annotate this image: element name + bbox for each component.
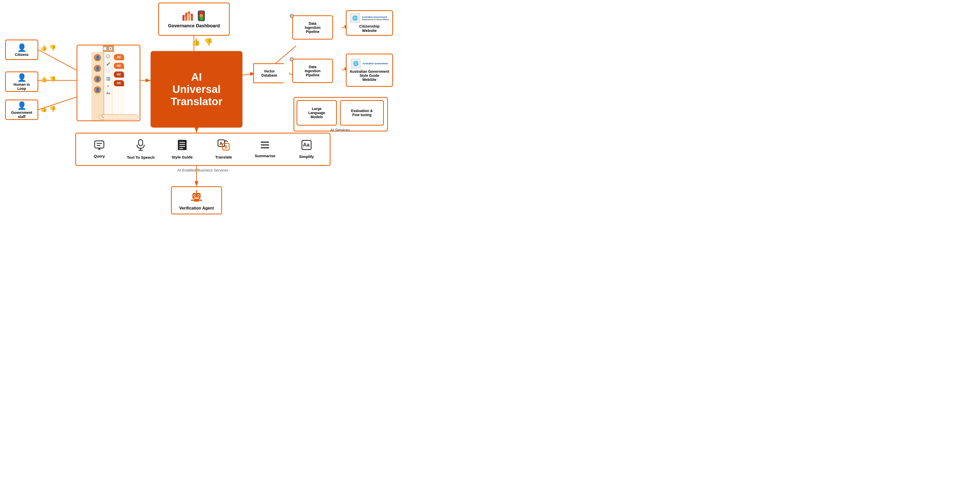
data-ingestion-bottom-label: Data Ingestion Pipeline	[305, 65, 321, 77]
svg-rect-30	[138, 140, 143, 146]
citizens-thumbs-up[interactable]: 👍	[40, 44, 47, 51]
chat-doc-icon[interactable]: 📄	[106, 70, 110, 73]
human-loop-thumbs-up[interactable]: 👍	[40, 76, 47, 83]
chat-avatar-3: 👤	[94, 76, 101, 83]
svg-point-18	[183, 16, 184, 17]
chat-avatar-2: 👤	[94, 65, 101, 72]
ai-title-line3: Translator	[170, 95, 222, 108]
citizenship-gov-label: Australian Government	[362, 16, 389, 18]
eval-finetune-box: Evaluation & Fine tuning	[340, 100, 384, 126]
style-guide-web-title: Australian Government Style Guide WebSit…	[350, 70, 389, 82]
citizenship-gov-text: Australian Government Department of Home…	[362, 16, 389, 21]
llm-label: Large Language Models	[308, 107, 325, 119]
chat-mic-icon[interactable]: 🎤	[106, 62, 110, 66]
chat-minimize-btn[interactable]: -	[103, 47, 107, 51]
human-loop-box: 👤 Human in Loop	[5, 71, 38, 92]
service-tts[interactable]: Text To Speech	[123, 139, 159, 159]
simplify-icon: Aa	[301, 140, 312, 153]
translate-label: Translate	[215, 155, 232, 159]
service-query[interactable]: Query	[81, 140, 117, 158]
chat-close-btn[interactable]: ×	[108, 47, 113, 51]
ai-universal-translator: AI Universal Translator	[151, 51, 242, 128]
gov-staff-thumbs-up[interactable]: 👍	[40, 106, 47, 113]
human-loop-thumbs-down[interactable]: 👎	[49, 76, 56, 83]
citizens-thumbs-down[interactable]: 👎	[49, 44, 56, 51]
human-loop-icon: 👤	[17, 73, 27, 82]
chat-bubble-3: Hi!	[114, 71, 124, 78]
style-guide-label: Style Guide	[172, 155, 193, 159]
gov-staff-thumbs: 👍 👎	[40, 106, 56, 113]
svg-line-2	[38, 50, 76, 70]
gov-staff-label: Government staff	[11, 111, 32, 119]
data-ingestion-bottom: Data Ingestion Pipeline	[292, 59, 333, 83]
data-ingestion-top: Data Ingestion Pipeline	[292, 15, 333, 40]
vector-database-wrapper: VectorDatabase	[253, 63, 290, 83]
chat-body: 👤 👤 👤 👤 💬 🎤 📄 🔤 ≡ Aa Hi! Hi! Hi! Hi!	[91, 52, 126, 121]
thumbs-down-gov[interactable]: 👎	[204, 38, 213, 46]
style-guide-icon	[177, 139, 187, 153]
svg-point-21	[191, 15, 192, 16]
svg-rect-26	[95, 141, 104, 148]
chat-search-bar[interactable]: 🔍	[99, 114, 138, 119]
style-guide-website: 🌐 Australian Government Australian Gover…	[346, 54, 393, 87]
chat-translate-icon[interactable]: 🔤	[106, 77, 110, 81]
chat-icons-col: 💬 🎤 📄 🔤 ≡ Aa	[104, 52, 112, 121]
svg-rect-56	[191, 200, 194, 201]
service-style-guide[interactable]: Style Guide	[164, 139, 200, 159]
query-label: Query	[94, 154, 105, 158]
styleguide-globe-icon: 🌐	[351, 59, 361, 68]
gov-staff-thumbs-down[interactable]: 👎	[49, 106, 56, 113]
chat-search-icon: 🔍	[100, 115, 103, 118]
chat-avatar-4: 👤	[94, 86, 101, 94]
citizens-label: Citizens	[15, 52, 29, 57]
chat-menu-icon[interactable]: ≡	[107, 84, 109, 88]
tts-icon	[136, 139, 145, 153]
styleguide-header: 🌐 Australian Government	[351, 59, 388, 68]
thumbs-up-gov[interactable]: 👍	[191, 38, 200, 46]
svg-text:Aa: Aa	[303, 142, 310, 148]
svg-rect-54	[194, 197, 199, 199]
styleguide-gov-text: Australian Government	[363, 62, 388, 65]
eval-label: Evaluation & Fine tuning	[351, 109, 373, 117]
chat-avatar-1: 👤	[94, 54, 101, 61]
svg-point-52	[194, 195, 195, 196]
ai-title-line1: AI	[191, 71, 202, 83]
svg-point-53	[198, 195, 199, 196]
robot-icon	[190, 191, 203, 205]
chat-sidebar: 👤 👤 👤 👤	[91, 52, 104, 121]
summarise-icon	[260, 141, 270, 152]
svg-rect-14	[183, 15, 185, 21]
chat-comment-icon[interactable]: 💬	[106, 55, 110, 59]
svg-rect-57	[199, 200, 202, 201]
chat-titlebar: - ×	[103, 45, 114, 52]
human-loop-label: Human in Loop	[14, 83, 30, 91]
service-summarise[interactable]: Summarise	[247, 141, 283, 158]
svg-point-49	[196, 191, 197, 192]
citizenship-website: 🌐 Australian Government Department of Ho…	[346, 10, 393, 36]
svg-point-19	[186, 14, 187, 15]
gov-staff-icon: 👤	[17, 101, 27, 110]
vector-db-label: VectorDatabase	[261, 69, 282, 77]
llm-box: Large Language Models	[297, 100, 337, 126]
vector-database: VectorDatabase	[253, 63, 290, 83]
ai-title-line2: Universal	[172, 83, 221, 95]
chat-messages: Hi! Hi! Hi! Hi!	[112, 52, 126, 121]
chat-bubble-4: Hi!	[114, 80, 124, 86]
ai-services-label: AI Services	[295, 128, 385, 132]
service-simplify[interactable]: Aa Simplify	[289, 140, 325, 159]
verification-agent: Verification Agent	[171, 186, 222, 214]
services-bar-label: AI Enabled Business Services	[75, 168, 331, 172]
summarise-label: Summarise	[255, 154, 275, 158]
governance-icons	[182, 10, 206, 22]
verification-agent-label: Verification Agent	[179, 206, 213, 211]
data-ingestion-top-label: Data Ingestion Pipeline	[305, 21, 321, 34]
svg-text:A: A	[220, 141, 223, 146]
chat-font-icon[interactable]: Aa	[106, 92, 110, 95]
citizenship-globe-icon: 🌐	[350, 13, 360, 23]
citizens-thumbs: 👍 👎	[40, 44, 56, 51]
citizenship-header: 🌐 Australian Government Department of Ho…	[350, 13, 389, 23]
service-translate[interactable]: A B Translate	[206, 139, 242, 159]
governance-thumbs: 👍 👎	[191, 38, 213, 46]
translate-icon: A B	[218, 139, 230, 153]
svg-rect-55	[194, 199, 199, 202]
